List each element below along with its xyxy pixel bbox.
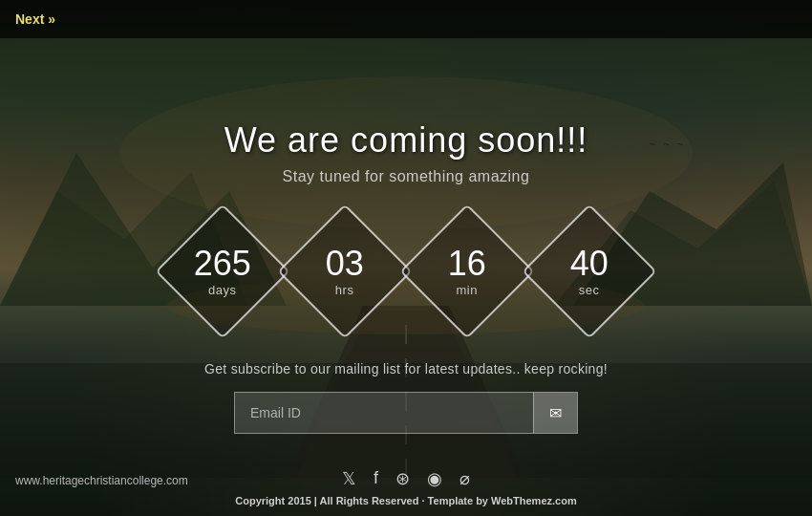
diamond-hrs: 03 hrs: [277, 204, 412, 338]
hrs-value: 03: [326, 246, 364, 280]
copyright-text: Copyright 2015 | All Rights Reserved · T…: [235, 495, 576, 506]
github-icon[interactable]: ⌀: [459, 468, 470, 489]
dribbble-icon[interactable]: ⊛: [395, 468, 410, 489]
days-value: 265: [194, 246, 251, 280]
diamond-min: 16 min: [399, 204, 534, 338]
sec-value: 40: [570, 246, 609, 280]
top-bar: Next »: [0, 0, 812, 38]
min-label: min: [457, 282, 478, 296]
flickr-icon[interactable]: ◉: [427, 468, 442, 489]
next-label: Next »: [15, 11, 55, 27]
email-input[interactable]: [235, 393, 533, 433]
subtitle: Stay tuned for something amazing: [283, 168, 530, 185]
countdown-hrs: 03 hrs: [297, 224, 393, 319]
copyright: Copyright 2015 | All Rights Reserved · T…: [235, 495, 576, 506]
hrs-label: hrs: [335, 282, 354, 296]
diamond-sec: 40 sec: [522, 204, 656, 338]
diamond-days: 265 days: [155, 204, 289, 338]
sec-label: sec: [579, 282, 600, 296]
countdown-container: 265 days 03 hrs 16 min: [175, 224, 637, 319]
min-value: 16: [448, 246, 486, 280]
twitter-icon[interactable]: 𝕏: [342, 468, 356, 489]
email-form: ✉: [234, 392, 578, 434]
social-icons: 𝕏 f ⊛ ◉ ⌀: [342, 468, 470, 489]
countdown-days: 265 days: [175, 224, 270, 319]
subscribe-text: Get subscribe to our mailing list for la…: [204, 361, 608, 376]
footer-website: www.heritagechristiancollege.com: [15, 474, 188, 487]
footer: www.heritagechristiancollege.com 𝕏 f ⊛ ◉…: [0, 440, 812, 516]
days-label: days: [208, 282, 236, 296]
countdown-min: 16 min: [419, 224, 515, 319]
email-submit-button[interactable]: ✉: [533, 393, 577, 433]
countdown-sec: 40 sec: [542, 224, 637, 319]
next-button[interactable]: Next »: [15, 11, 55, 27]
main-title: We are coming soon!!!: [224, 120, 588, 161]
send-icon: ✉: [549, 404, 562, 422]
facebook-icon[interactable]: f: [374, 468, 378, 489]
